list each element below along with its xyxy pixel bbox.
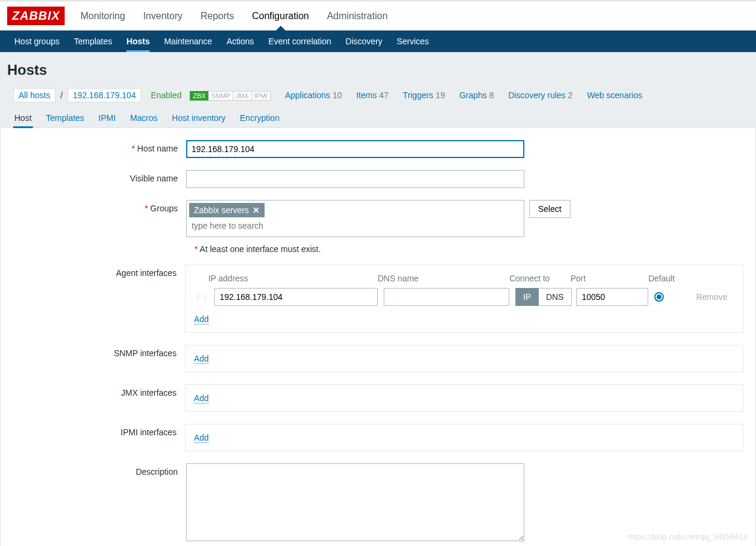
visible-name-input[interactable]: [186, 170, 524, 188]
link-discovery-rules[interactable]: Discovery rules2: [508, 90, 573, 100]
link-items[interactable]: Items47: [356, 90, 388, 100]
add-snmp-interface-link[interactable]: Add: [194, 354, 209, 364]
agent-dns-input[interactable]: [384, 288, 509, 306]
select-groups-button[interactable]: Select: [529, 200, 570, 218]
topbar: ZABBIX Monitoring Inventory Reports Conf…: [0, 0, 756, 31]
drag-handle-icon[interactable]: ⋮⋮: [194, 292, 208, 302]
subnav-maintenance[interactable]: Maintenance: [157, 31, 219, 52]
breadcrumb-sep: /: [60, 90, 63, 100]
agent-interfaces-label: Agent interfaces: [13, 265, 185, 278]
nav-reports[interactable]: Reports: [201, 2, 234, 30]
group-tag[interactable]: Zabbix servers ✕: [189, 203, 265, 217]
tab-ipmi[interactable]: IPMI: [98, 108, 117, 128]
link-web-scenarios[interactable]: Web scenarios: [587, 90, 645, 100]
link-triggers[interactable]: Triggers19: [403, 90, 445, 100]
visible-name-label: Visible name: [13, 170, 186, 183]
tab-encryption[interactable]: Encryption: [239, 108, 281, 128]
snmp-interfaces-label: SNMP interfaces: [13, 345, 185, 358]
interface-required-note: * At least one interface must exist.: [195, 244, 743, 254]
main-nav: Monitoring Inventory Reports Configurati…: [80, 2, 387, 30]
remove-tag-icon[interactable]: ✕: [253, 205, 260, 215]
subnav-services[interactable]: Services: [390, 31, 436, 52]
nav-inventory[interactable]: Inventory: [143, 2, 183, 30]
proto-badges: ZBXSNMPJMXIPMI: [186, 90, 271, 100]
breadcrumb: All hosts / 192.168.179.104 Enabled ZBXS…: [0, 84, 756, 108]
agent-interfaces: IP address DNS name Connect to Port Defa…: [185, 265, 743, 333]
nav-configuration[interactable]: Configuration: [252, 2, 309, 30]
host-name-input[interactable]: [186, 140, 524, 158]
link-applications[interactable]: Applications10: [285, 90, 342, 100]
header-ip: IP address: [208, 274, 372, 283]
groups-label: Groups: [13, 200, 186, 213]
proto-snmp: SNMP: [208, 91, 233, 101]
subnav-discovery[interactable]: Discovery: [338, 31, 389, 52]
add-jmx-interface-link[interactable]: Add: [194, 393, 209, 404]
host-form: Host name Visible name Groups Zabbix ser…: [0, 128, 756, 546]
subnav-event-correlation[interactable]: Event correlation: [261, 31, 338, 52]
group-tag-label: Zabbix servers: [194, 205, 249, 215]
jmx-interfaces-label: JMX interfaces: [13, 384, 185, 398]
subnav-host-groups[interactable]: Host groups: [7, 31, 66, 52]
host-name-label: Host name: [13, 140, 186, 153]
tab-host-inventory[interactable]: Host inventory: [171, 108, 226, 128]
ipmi-interfaces-label: IPMI interfaces: [13, 424, 185, 437]
jmx-interfaces: Add: [185, 384, 743, 412]
remove-interface-link: Remove: [696, 292, 727, 302]
connect-toggle: IP DNS: [515, 288, 570, 306]
status-enabled: Enabled: [151, 90, 181, 100]
default-radio[interactable]: [654, 292, 664, 302]
link-graphs[interactable]: Graphs8: [459, 90, 494, 100]
sub-nav: Host groups Templates Hosts Maintenance …: [0, 31, 756, 52]
breadcrumb-host[interactable]: 192.168.179.104: [68, 88, 141, 102]
groups-tagbox[interactable]: Zabbix servers ✕: [186, 200, 524, 237]
agent-ip-input[interactable]: [214, 288, 378, 306]
header-default: Default: [648, 274, 684, 283]
description-textarea[interactable]: [186, 463, 524, 541]
interface-headers: IP address DNS name Connect to Port Defa…: [194, 274, 734, 283]
nav-administration[interactable]: Administration: [327, 2, 387, 30]
nav-monitoring[interactable]: Monitoring: [80, 2, 125, 30]
connect-ip-button[interactable]: IP: [515, 288, 539, 306]
tab-host[interactable]: Host: [13, 108, 33, 128]
tab-templates[interactable]: Templates: [45, 108, 86, 128]
proto-jmx: JMX: [233, 91, 252, 101]
logo[interactable]: ZABBIX: [7, 7, 65, 25]
subnav-hosts[interactable]: Hosts: [119, 31, 157, 52]
subnav-actions[interactable]: Actions: [219, 31, 261, 52]
add-agent-interface-link[interactable]: Add: [194, 314, 209, 324]
add-ipmi-interface-link[interactable]: Add: [194, 433, 209, 443]
subnav-templates[interactable]: Templates: [66, 31, 119, 52]
proto-ipmi: IPMI: [251, 91, 271, 101]
header-connect: Connect to: [509, 274, 564, 283]
breadcrumb-all-hosts[interactable]: All hosts: [13, 88, 56, 102]
header-dns: DNS name: [378, 274, 503, 283]
tab-macros[interactable]: Macros: [129, 108, 159, 128]
form-tabs: Host Templates IPMI Macros Host inventor…: [0, 108, 756, 128]
ipmi-interfaces: Add: [185, 424, 743, 451]
groups-search-input[interactable]: [189, 217, 309, 234]
connect-dns-button[interactable]: DNS: [539, 288, 572, 306]
header-port: Port: [570, 274, 642, 283]
description-label: Description: [13, 463, 186, 477]
page-title: Hosts: [0, 52, 756, 84]
snmp-interfaces: Add: [185, 345, 743, 372]
agent-interface-row: ⋮⋮ IP DNS Remove: [194, 288, 734, 306]
agent-port-input[interactable]: [576, 288, 648, 306]
proto-zbx: ZBX: [190, 91, 208, 101]
